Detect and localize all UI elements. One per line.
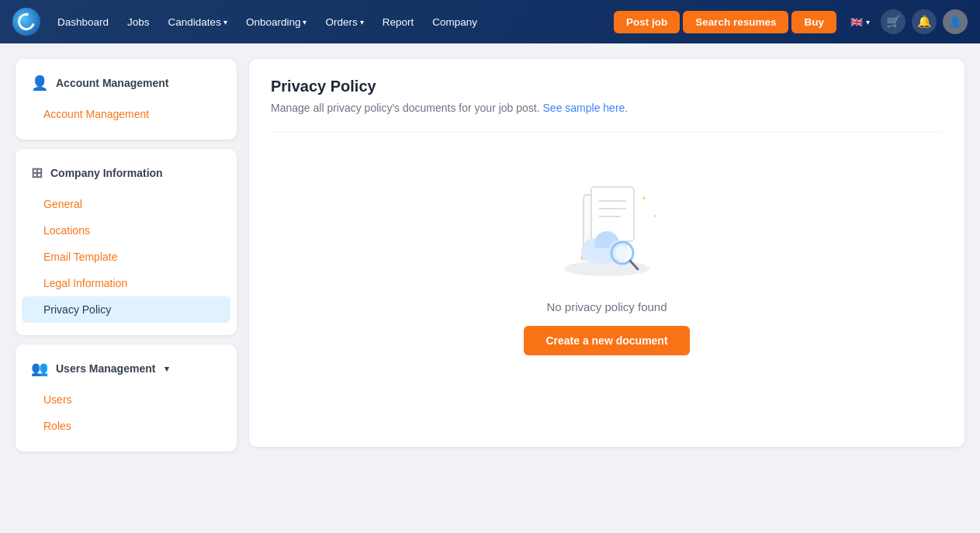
buy-button[interactable]: Buy xyxy=(791,11,836,33)
svg-text:+: + xyxy=(642,194,646,202)
navbar: Dashboard Jobs Candidates ▾ Onboarding ▾… xyxy=(0,0,980,43)
empty-state-text: No privacy policy found xyxy=(546,300,667,313)
sidebar-item-locations[interactable]: Locations xyxy=(16,217,237,244)
nav-icons: 🇬🇧 ▾ 🛒 🔔 👤 xyxy=(846,9,968,34)
nav-company[interactable]: Company xyxy=(424,12,485,33)
logo[interactable] xyxy=(12,8,40,36)
page-subtitle: Manage all privacy policy's documents fo… xyxy=(271,100,943,116)
empty-state: + + + No privacy policy found Create a n… xyxy=(271,148,943,386)
nav-candidates[interactable]: Candidates ▾ xyxy=(161,12,235,33)
main-content: Privacy Policy Manage all privacy policy… xyxy=(249,59,964,452)
lang-caret: ▾ xyxy=(866,18,870,26)
page-layout: 👤 Account Management Account Management … xyxy=(0,43,980,467)
users-management-chevron: ▾ xyxy=(164,364,169,374)
content-card: Privacy Policy Manage all privacy policy… xyxy=(249,59,964,447)
users-icon: 👥 xyxy=(31,360,48,377)
sidebar-item-account-management[interactable]: Account Management xyxy=(16,101,237,127)
bell-icon: 🔔 xyxy=(917,15,932,29)
nav-report[interactable]: Report xyxy=(375,12,422,33)
see-sample-link[interactable]: See sample here. xyxy=(543,102,629,114)
create-document-button[interactable]: Create a new document xyxy=(524,326,689,355)
post-job-button[interactable]: Post job xyxy=(614,11,680,33)
svg-point-15 xyxy=(615,246,629,260)
svg-text:+: + xyxy=(580,254,583,262)
page-title: Privacy Policy xyxy=(271,78,943,95)
notifications-button[interactable]: 🔔 xyxy=(912,9,937,34)
account-management-header: 👤 Account Management xyxy=(16,71,237,101)
user-avatar[interactable]: 👤 xyxy=(943,9,968,34)
account-management-card: 👤 Account Management Account Management xyxy=(16,59,237,140)
empty-state-illustration: + + + xyxy=(537,179,677,288)
sidebar-item-general[interactable]: General xyxy=(16,191,237,217)
sidebar: 👤 Account Management Account Management … xyxy=(16,59,237,452)
cart-button[interactable]: 🛒 xyxy=(881,9,906,34)
content-divider xyxy=(271,132,943,133)
sidebar-item-privacy-policy[interactable]: Privacy Policy xyxy=(22,296,230,323)
candidates-caret: ▾ xyxy=(223,18,227,26)
users-management-card: 👥 Users Management ▾ Users Roles xyxy=(16,344,237,452)
svg-text:+: + xyxy=(653,213,657,220)
sidebar-item-roles[interactable]: Roles xyxy=(16,413,237,439)
company-information-card: ⊞ Company Information General Locations … xyxy=(16,149,237,335)
sidebar-item-users[interactable]: Users xyxy=(16,386,237,413)
person-icon: 👤 xyxy=(31,74,48,92)
empty-illustration: + + + xyxy=(537,179,677,288)
logo-icon xyxy=(15,10,38,33)
nav-dashboard[interactable]: Dashboard xyxy=(50,12,116,33)
grid-icon: ⊞ xyxy=(31,164,43,182)
nav-orders[interactable]: Orders ▾ xyxy=(317,12,371,33)
onboarding-caret: ▾ xyxy=(303,18,306,26)
users-management-header: 👥 Users Management ▾ xyxy=(16,357,237,386)
user-icon: 👤 xyxy=(949,16,961,28)
orders-caret: ▾ xyxy=(360,18,364,26)
nav-jobs[interactable]: Jobs xyxy=(119,12,158,33)
nav-onboarding[interactable]: Onboarding ▾ xyxy=(238,12,315,33)
cart-icon: 🛒 xyxy=(886,15,901,29)
search-resumes-button[interactable]: Search resumes xyxy=(683,11,788,33)
sidebar-item-email-template[interactable]: Email Template xyxy=(16,244,237,270)
flag-icon: 🇬🇧 xyxy=(850,16,863,28)
company-information-header: ⊞ Company Information xyxy=(16,161,237,191)
language-button[interactable]: 🇬🇧 ▾ xyxy=(846,13,874,31)
sidebar-item-legal-information[interactable]: Legal Information xyxy=(16,270,237,296)
